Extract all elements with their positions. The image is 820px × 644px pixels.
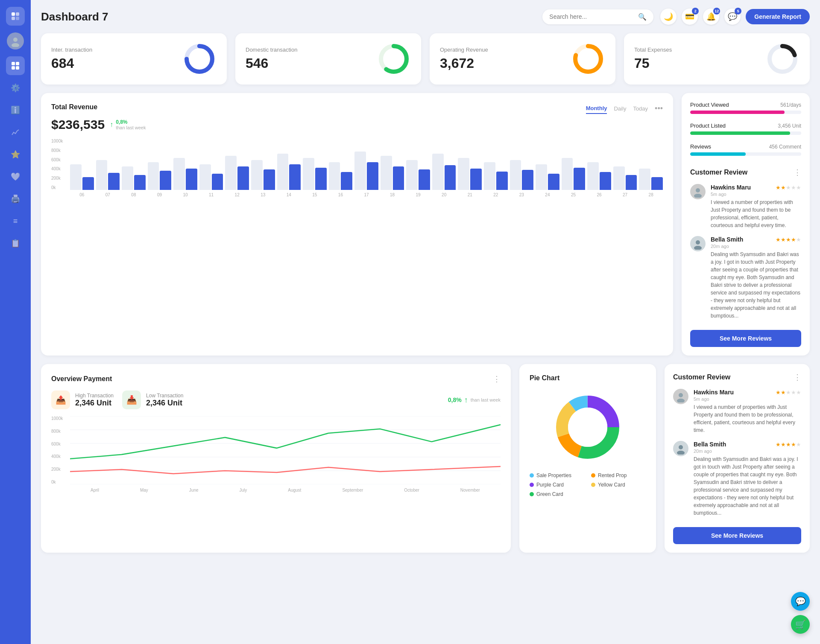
sidebar-logo[interactable] bbox=[6, 7, 25, 26]
pie-chart-title: Pie Chart bbox=[530, 374, 646, 382]
payment-change-pct: 0,8% bbox=[448, 396, 462, 403]
generate-report-button[interactable]: Generate Report bbox=[746, 9, 810, 24]
bell-icon-btn[interactable]: 🔔 12 bbox=[703, 9, 719, 25]
wallet-icon-btn[interactable]: 💳 2 bbox=[682, 9, 698, 25]
sidebar-item-reports[interactable]: 📋 bbox=[6, 234, 25, 253]
change-pct: 0,8% bbox=[116, 119, 146, 125]
legend-label-purple: Purple Card bbox=[536, 482, 564, 488]
low-transaction-icon: 📥 bbox=[122, 390, 141, 409]
sidebar-item-print[interactable]: 🖨️ bbox=[6, 189, 25, 208]
review-item-2: Bella Smith ★★★★★ 20m ago Dealing with S… bbox=[690, 236, 801, 320]
sidebar-item-info[interactable]: ℹ️ bbox=[6, 101, 25, 119]
bar-group-13 bbox=[406, 160, 430, 190]
tab-daily[interactable]: Daily bbox=[614, 104, 626, 114]
payment-change-label: than last week bbox=[471, 397, 501, 402]
fab-support[interactable]: 💬 bbox=[791, 592, 810, 611]
x-label-17: 23 bbox=[510, 192, 534, 197]
avatar[interactable] bbox=[7, 32, 24, 50]
stat-label-inter: Inter. transaction bbox=[51, 47, 92, 53]
donut-chart-expenses bbox=[765, 42, 800, 76]
sidebar-item-settings[interactable]: ⚙️ bbox=[6, 79, 25, 97]
reviewer-name-1: Hawkins Maru bbox=[711, 184, 751, 191]
legend-dot-rented bbox=[591, 473, 595, 478]
x-labels: 0607080910111213141516171819202122232425… bbox=[51, 192, 663, 197]
x-april: April bbox=[91, 488, 99, 492]
bar-blue-18 bbox=[548, 174, 559, 190]
legend-dot-sale bbox=[530, 473, 534, 478]
y-label-0: 0k bbox=[51, 185, 68, 190]
donut-chart-inter bbox=[182, 42, 217, 76]
x-label-0: 06 bbox=[70, 192, 94, 197]
bar-group-22 bbox=[639, 169, 663, 190]
chat-icon-btn[interactable]: 💬 5 bbox=[724, 9, 741, 25]
svg-rect-7 bbox=[16, 62, 19, 65]
sidebar-item-dashboard[interactable] bbox=[6, 56, 25, 75]
bar-group-7 bbox=[251, 160, 275, 190]
bar-group-6 bbox=[225, 156, 249, 190]
bar-gray-22 bbox=[639, 169, 650, 190]
bar-blue-11 bbox=[367, 162, 378, 190]
fab-cart[interactable]: 🛒 bbox=[791, 615, 810, 634]
tab-today[interactable]: Today bbox=[633, 104, 648, 114]
sidebar-item-star[interactable]: ⭐ bbox=[6, 145, 25, 164]
bar-blue-12 bbox=[393, 166, 404, 190]
pc-y-600: 600k bbox=[51, 442, 68, 446]
main-content: Dashboard 7 🔍 🌙 💳 2 🔔 12 💬 5 Generate Re… bbox=[31, 0, 820, 644]
chat-badge: 5 bbox=[735, 8, 741, 15]
x-label-2: 08 bbox=[122, 192, 146, 197]
legend-sale: Sale Properties bbox=[530, 472, 584, 478]
x-june: June bbox=[189, 488, 199, 492]
svg-rect-0 bbox=[12, 12, 15, 16]
see-more-reviews-button[interactable]: See More Reviews bbox=[690, 330, 801, 347]
review-more-icon[interactable]: ⋮ bbox=[794, 168, 801, 177]
high-transaction-info: High Transaction 2,346 Unit bbox=[75, 393, 114, 408]
svg-rect-3 bbox=[16, 17, 19, 20]
bar-gray-11 bbox=[354, 152, 366, 190]
rev-text-s1: I viewed a number of properties with Jus… bbox=[694, 403, 801, 434]
bar-group-20 bbox=[587, 162, 611, 190]
bar-gray-15 bbox=[458, 158, 469, 190]
moon-toggle[interactable]: 🌙 bbox=[660, 9, 676, 25]
bar-group-18 bbox=[536, 164, 559, 190]
bar-blue-2 bbox=[134, 175, 146, 190]
product-viewed-bar bbox=[690, 111, 785, 114]
donut-chart-domestic bbox=[377, 42, 411, 76]
revenue-more-options[interactable]: ••• bbox=[655, 104, 663, 113]
svg-point-35 bbox=[677, 399, 685, 402]
tab-monthly[interactable]: Monthly bbox=[586, 103, 607, 114]
bar-blue-8 bbox=[289, 164, 301, 190]
product-listed-value: 3,456 Unit bbox=[778, 123, 801, 129]
see-more-reviews-button-2[interactable]: See More Reviews bbox=[673, 527, 801, 544]
reviews-value: 456 Comment bbox=[769, 144, 801, 150]
stat-cards-row: Inter. transaction 684 Domestic transact… bbox=[41, 33, 810, 85]
sidebar-item-analytics[interactable] bbox=[6, 123, 25, 142]
x-label-5: 11 bbox=[199, 192, 223, 197]
bottom-row: Overview Payment ⋮ 📤 High Transaction 2,… bbox=[41, 364, 810, 553]
rev-time-s1: 5m ago bbox=[694, 396, 801, 402]
bar-gray-8 bbox=[277, 154, 289, 190]
sidebar-item-menu[interactable]: ≡ bbox=[6, 212, 25, 230]
y-label-400: 400k bbox=[51, 166, 68, 171]
rev-stars-s1: ★★★★★ bbox=[776, 389, 801, 396]
bar-gray-5 bbox=[199, 164, 211, 190]
svg-rect-1 bbox=[16, 12, 19, 16]
search-box[interactable]: 🔍 bbox=[542, 9, 653, 24]
legend-dot-purple bbox=[530, 483, 534, 487]
stat-card-revenue: Operating Revenue 3,672 bbox=[430, 33, 615, 85]
revenue-amount: $236,535 bbox=[51, 117, 105, 132]
payment-more-icon[interactable]: ⋮ bbox=[493, 374, 501, 384]
revenue-card: Total Revenue Monthly Daily Today ••• $2… bbox=[41, 93, 673, 356]
stat-value-expenses: 75 bbox=[634, 55, 672, 71]
bar-group-3 bbox=[148, 162, 172, 190]
search-input[interactable] bbox=[549, 13, 635, 20]
sidebar-item-heart[interactable]: 🤍 bbox=[6, 167, 25, 186]
bar-gray-18 bbox=[536, 164, 547, 190]
review-title: Customer Review bbox=[690, 169, 747, 176]
x-september: September bbox=[342, 488, 363, 492]
review-more-2[interactable]: ⋮ bbox=[794, 373, 801, 382]
legend-dot-yellow bbox=[591, 483, 595, 487]
bar-gray-20 bbox=[587, 162, 599, 190]
y-label-200: 200k bbox=[51, 176, 68, 181]
product-listed-bar bbox=[690, 131, 790, 135]
bar-blue-21 bbox=[626, 175, 637, 190]
